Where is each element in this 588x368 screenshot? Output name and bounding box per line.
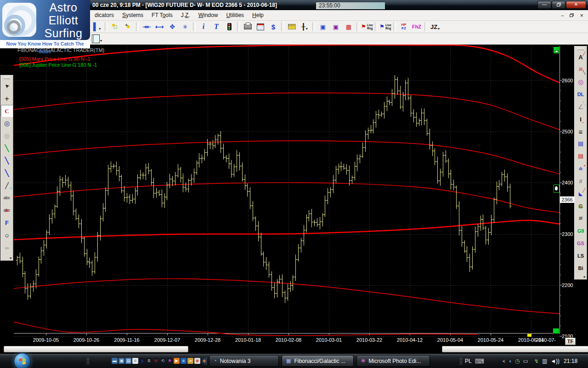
delete-text-icon[interactable]: abc× [1,204,13,216]
fan-black-icon[interactable]: /// [575,213,587,224]
menu-item-jz[interactable]: J.Z. [177,12,194,18]
tray-expand-chevron[interactable]: < [503,359,505,364]
vertical-lines-red-icon[interactable]: |||| [575,150,587,162]
volume-icon[interactable]: ◄)) [550,358,560,364]
tray-clock-icon[interactable]: ◷ [515,358,520,364]
taskbar-button-notowania[interactable]: ◔Notowania 3 [209,355,279,367]
current-bar-marker[interactable] [554,184,560,193]
fibonacci-f-icon[interactable]: F [1,217,13,229]
menu-item-fttools[interactable]: FT Tools [147,12,177,18]
price-chart[interactable] [0,45,588,353]
text-abc-icon[interactable]: abc [1,192,13,204]
expand-bars-icon[interactable]: ⟷ [153,21,166,32]
dl-tool-icon[interactable]: DL [575,88,587,100]
cascade-windows-icon[interactable]: □■ [109,21,122,32]
keyboard-icon[interactable]: ⌨ [475,358,484,364]
chrome-icon[interactable]: ◉ [194,358,200,364]
switch-windows-icon[interactable]: ▣ [119,358,124,364]
trendline-pen-blue-icon[interactable]: ╲ [1,155,13,167]
annotation-pointer-icon[interactable]: i [197,21,210,32]
tile-windows-purple-icon[interactable]: ▣ [329,21,342,32]
tray-app-icon[interactable]: ◖ [509,358,512,364]
panel-more-arrow[interactable]: ◄ [9,256,12,259]
panel-more-arrow[interactable]: ◄ [582,275,586,278]
restore-button[interactable] [552,1,565,9]
i-line-tool-icon[interactable]: I← [575,113,587,125]
fhz-icon[interactable]: FhZ [410,21,423,32]
start-button[interactable] [14,353,31,368]
close-button[interactable]: ✕ [566,1,586,9]
triangle-pen-icon[interactable]: ◣╱ [575,188,587,200]
horizontal-lines-icon[interactable]: ≡ [575,126,587,138]
fan-lines-icon[interactable]: ///╲ [575,63,587,75]
jz-menu-icon[interactable]: JZ▾ [429,21,441,32]
child-restore-button[interactable] [570,13,574,17]
pointer-tool-icon[interactable]: ➤ [1,80,13,92]
taskbar-button-photo-editor[interactable]: ❋Microsoft Photo Edi... [356,355,430,367]
taskbar-button-fibonacci[interactable]: ▦Fibonacci/Galactic ... [282,355,354,367]
magnet-tool-icon[interactable]: C [1,105,13,117]
vertical-lines-blue-icon[interactable]: |||| [575,138,587,150]
text-tool-icon[interactable]: T [210,21,223,32]
g9-tool-icon[interactable]: G9 [575,225,587,237]
new-window-icon[interactable]: ■+ [122,21,135,32]
zoom-preview-icon[interactable]: ◎ [1,117,13,129]
menu-item-dicators[interactable]: dicators [90,12,118,18]
file-explorer-icon[interactable]: ▤ [125,358,131,364]
chart-style-partial-icon[interactable]: ▌▾ [90,21,103,32]
menu-item-utilities[interactable]: Utilities [222,12,248,18]
notepad-icon[interactable]: ≡ [132,358,138,364]
circle-tool-icon[interactable]: ○ [1,229,13,241]
scroll-marker-bottom[interactable] [553,328,559,334]
scroll-marker-top[interactable] [554,47,559,53]
menu-item-window[interactable]: Window [194,12,222,18]
minimize-button[interactable]: — [537,1,551,9]
ellipse-tool-icon[interactable]: ○ [1,242,13,253]
asterisk-tool-icon[interactable]: ✳ [179,21,192,32]
traffic-light-icon[interactable] [223,21,236,32]
hp-fz-icon[interactable]: HPFZ [397,21,410,32]
network-icon[interactable]: ▥ [542,358,547,364]
marker-pen-green-icon[interactable]: ╲ [1,142,13,154]
tile-windows-blue-icon[interactable]: ▣ [317,21,329,32]
media-center-icon[interactable]: ❋ [167,358,173,364]
ruler-icon[interactable] [285,21,298,32]
zoom-preview-disabled-icon[interactable]: ◎ [1,130,13,142]
ls-tool-icon[interactable]: LS [575,250,587,262]
bi-tool-icon[interactable]: Bi [575,262,587,274]
currency-app-icon[interactable]: B [146,358,152,364]
horizontal-scrollbar-right[interactable] [442,346,588,352]
parallel-lines-icon[interactable]: // [575,175,587,187]
live-range-blue-icon[interactable]: ⚑LiveRng [379,21,392,32]
recycle-bin-icon[interactable]: ⟲ [160,358,166,364]
bars-pattern-icon[interactable]: ılı▪ [575,163,587,175]
data-table-icon[interactable]: ▾ [90,33,103,44]
gs-tool-icon[interactable]: GS [575,237,587,249]
highlighter-pen-icon[interactable]: ╱▪ [1,179,13,191]
child-minimize-button[interactable]: – [561,13,564,18]
live-range-red-icon[interactable]: ⚑LiveRng [361,21,373,32]
dollar-icon[interactable]: $ [267,21,280,32]
folder-icon[interactable]: ▰ [187,358,193,364]
pitchfork-a-icon[interactable]: A╱ [575,51,587,63]
g-lines-icon[interactable]: G≡ [575,200,587,212]
calendar-icon[interactable] [254,21,267,32]
power-plug-icon[interactable]: ↯ [534,358,539,364]
child-close-button[interactable]: × [580,13,583,18]
print-icon[interactable] [241,21,254,32]
spiral-icon[interactable]: ◎ [575,76,587,88]
grid-red-icon[interactable]: ▦ [342,21,355,32]
timeframe-button[interactable]: TF [565,338,576,345]
ms-app-icon[interactable]: M [153,358,159,364]
bar-measure-icon[interactable]: ╂▾ [298,21,311,32]
language-indicator[interactable]: PL [465,358,472,364]
show-desktop-icon[interactable]: ▬ [112,358,118,364]
internet-explorer-icon[interactable]: e [181,358,187,364]
media-player-icon[interactable]: ▶ [174,358,180,364]
blue-bird-icon[interactable]: y [139,358,145,364]
trendline-pen-blue2-icon[interactable]: ╲ [1,167,13,179]
compress-bars-icon[interactable]: ⇥⇤ [140,21,153,32]
menu-item-help[interactable]: Help [248,12,268,18]
panel-grip[interactable] [577,48,584,50]
horizontal-scrollbar-left[interactable] [4,346,188,352]
